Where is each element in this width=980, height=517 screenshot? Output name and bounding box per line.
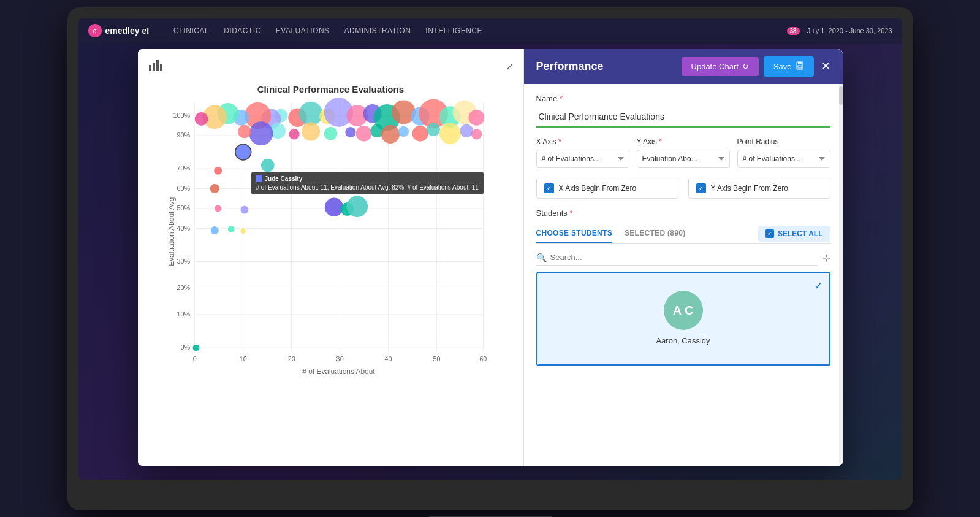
svg-text:30%: 30% — [177, 257, 190, 264]
point-radius-group: Point Radius # of Evaluations... — [737, 137, 830, 168]
svg-point-85 — [210, 226, 218, 234]
svg-text:10%: 10% — [177, 310, 190, 318]
point-radius-select[interactable]: # of Evaluations... — [737, 150, 830, 168]
y-axis-group: Y Axis * Evaluation Abo... — [637, 137, 730, 168]
svg-text:60: 60 — [479, 354, 487, 362]
settings-actions: Update Chart ↻ Save — [682, 56, 830, 77]
logo-icon: e — [88, 24, 102, 37]
nav-intelligence[interactable]: INTELLIGENCE — [425, 26, 482, 35]
svg-point-42 — [298, 101, 322, 125]
svg-point-88 — [235, 144, 251, 160]
filter-button[interactable]: ⊹ — [822, 252, 830, 264]
svg-point-73 — [289, 129, 299, 139]
x-axis-group: X Axis * # of Evaluations... — [536, 137, 629, 168]
svg-point-84 — [346, 196, 368, 217]
svg-point-79 — [210, 183, 219, 193]
y-begin-zero-item: ✓ Y Axis Begin From Zero — [688, 178, 830, 199]
x-axis-label: X Axis * — [536, 137, 629, 146]
select-all-check-icon: ✓ — [765, 229, 774, 238]
settings-panel: Performance Update Chart ↻ Save — [524, 49, 843, 466]
svg-rect-91 — [798, 62, 802, 64]
checkbox-row: ✓ X Axis Begin From Zero ✓ Y Axis Begin … — [536, 178, 830, 199]
x-begin-zero-label: X Axis Begin From Zero — [559, 184, 637, 193]
tab-choose-students[interactable]: CHOOSE STUDENTS — [536, 224, 613, 243]
svg-text:40%: 40% — [177, 224, 190, 231]
point-radius-label: Point Radius — [737, 137, 830, 146]
y-begin-zero-checkbox[interactable]: ✓ — [696, 183, 706, 193]
svg-point-62 — [355, 125, 371, 141]
svg-text:40: 40 — [384, 354, 392, 362]
search-bar: 🔍 ⊹ — [536, 250, 830, 266]
svg-point-71 — [324, 126, 337, 140]
tab-selected-students[interactable]: SELECTED (890) — [625, 224, 686, 243]
settings-header: Performance Update Chart ↻ Save — [524, 49, 843, 84]
x-begin-zero-item: ✓ X Axis Begin From Zero — [536, 178, 678, 199]
student-list: ✓ A C Aaron, Cassidy — [536, 272, 830, 366]
filter-icon: ⊹ — [822, 253, 830, 263]
students-label: Students * — [536, 209, 830, 218]
logo-text: emedley eI — [105, 26, 150, 36]
svg-point-68 — [439, 123, 460, 144]
student-selected-check: ✓ — [814, 279, 823, 293]
svg-point-60 — [194, 112, 208, 126]
name-input[interactable] — [536, 107, 830, 128]
student-card[interactable]: ✓ A C Aaron, Cassidy — [537, 273, 829, 365]
svg-point-65 — [398, 126, 408, 136]
svg-point-67 — [427, 123, 440, 136]
nav-administration[interactable]: ADMINISTRATION — [344, 26, 411, 35]
svg-text:50: 50 — [433, 354, 440, 362]
svg-point-66 — [412, 125, 428, 141]
student-avatar: A C — [664, 291, 703, 330]
svg-text:50%: 50% — [177, 204, 190, 212]
notification-badge[interactable]: 38 — [787, 27, 800, 35]
select-all-button[interactable]: ✓ SELECT ALL — [758, 226, 830, 242]
svg-point-72 — [301, 122, 319, 140]
y-axis-select[interactable]: Evaluation Abo... — [637, 150, 730, 168]
date-range: July 1, 2020 - June 30, 2023 — [807, 27, 892, 34]
save-icon — [796, 61, 804, 72]
expand-icon[interactable]: ⤢ — [506, 61, 514, 72]
nav-clinical[interactable]: CLINICAL — [173, 26, 209, 35]
laptop-screen: e emedley eI CLINICAL DIDACTIC EVALUATIO… — [78, 18, 902, 480]
svg-rect-1 — [153, 63, 155, 71]
close-button[interactable]: ✕ — [821, 59, 830, 73]
name-label: Name * — [536, 94, 830, 103]
svg-point-86 — [227, 226, 234, 232]
svg-point-82 — [324, 197, 343, 216]
svg-point-75 — [249, 121, 273, 145]
svg-rect-3 — [160, 64, 162, 71]
students-section: Students * CHOOSE STUDENTS SELECTED (890… — [536, 209, 830, 366]
svg-text:Evaluation About Avg: Evaluation About Avg — [167, 197, 176, 266]
search-input-wrapper: 🔍 — [536, 250, 818, 266]
laptop-frame: e emedley eI CLINICAL DIDACTIC EVALUATIO… — [67, 7, 913, 510]
save-button[interactable]: Save — [764, 56, 814, 77]
svg-text:20%: 20% — [177, 283, 190, 291]
update-chart-label: Update Chart — [691, 62, 739, 71]
svg-text:0: 0 — [192, 354, 196, 362]
chart-bar-icon — [148, 59, 162, 74]
search-input[interactable] — [550, 253, 818, 262]
svg-point-61 — [345, 126, 355, 137]
svg-rect-92 — [798, 66, 802, 68]
nav-evaluations[interactable]: EVALUATIONS — [276, 26, 330, 35]
save-label: Save — [773, 62, 792, 71]
x-axis-select[interactable]: # of Evaluations... — [536, 150, 629, 168]
axis-row: X Axis * # of Evaluations... — [536, 137, 830, 168]
chart-panel: ⤢ Jude Cassity # of Evaluations About: 1… — [138, 49, 524, 466]
modal-container: ⤢ Jude Cassity # of Evaluations About: 1… — [138, 49, 843, 466]
svg-point-87 — [240, 228, 246, 234]
svg-text:0%: 0% — [180, 343, 190, 351]
svg-text:60%: 60% — [177, 184, 190, 191]
nav-didactic[interactable]: DIDACTIC — [224, 26, 261, 35]
svg-text:90%: 90% — [177, 131, 190, 139]
svg-point-78 — [260, 158, 274, 172]
top-nav: e emedley eI CLINICAL DIDACTIC EVALUATIO… — [78, 18, 902, 44]
update-chart-button[interactable]: Update Chart ↻ — [682, 57, 759, 76]
x-begin-zero-checkbox[interactable]: ✓ — [544, 183, 554, 193]
nav-items: CLINICAL DIDACTIC EVALUATIONS ADMINISTRA… — [173, 26, 482, 35]
scrollbar-track — [839, 84, 843, 466]
scrollbar-thumb — [839, 86, 843, 105]
svg-text:Clinical Performance Evaluatio: Clinical Performance Evaluations — [257, 83, 404, 94]
svg-text:# of Evaluations About: # of Evaluations About — [302, 367, 375, 376]
y-begin-zero-label: Y Axis Begin From Zero — [711, 184, 789, 193]
